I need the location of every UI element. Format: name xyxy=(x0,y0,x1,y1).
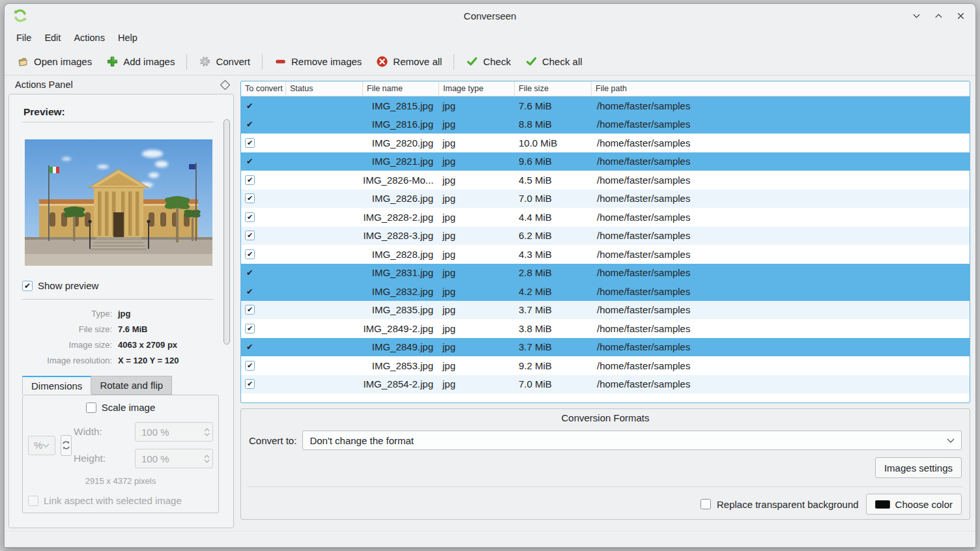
table-row[interactable]: ✔IMG_2816.jpgjpg8.8 MiB/home/faster/samp… xyxy=(241,115,970,134)
cell-to-convert[interactable]: ✔ xyxy=(241,268,286,277)
col-file-name[interactable]: File name xyxy=(363,81,439,96)
unit-select[interactable]: % xyxy=(28,436,55,455)
cell-image-type: jpg xyxy=(439,249,515,260)
menu-edit[interactable]: Edit xyxy=(38,30,67,46)
panel-scrollbar[interactable] xyxy=(223,119,230,345)
cell-file-name: IMG_2826.jpg xyxy=(363,193,439,204)
toolbar: Open images Add images Convert Remove im… xyxy=(5,48,975,76)
table-row[interactable]: ✔IMG_2854-2.jpgjpg7.0 MiB/home/faster/sa… xyxy=(241,375,970,394)
minimize-icon[interactable] xyxy=(910,10,922,21)
cell-file-size: 3.7 MiB xyxy=(515,304,592,315)
window-title: Converseen xyxy=(5,10,975,21)
spinner-arrows-icon[interactable] xyxy=(204,428,210,436)
maximize-icon[interactable] xyxy=(932,10,944,21)
col-file-size[interactable]: File size xyxy=(515,81,592,96)
remove-images-button[interactable]: Remove images xyxy=(267,51,369,72)
table-row[interactable]: ✔IMG_2820.jpgjpg10.0 MiB/home/faster/sam… xyxy=(241,134,970,152)
add-images-button[interactable]: Add images xyxy=(99,51,182,72)
cell-to-convert[interactable]: ✔ xyxy=(241,361,286,371)
col-file-path[interactable]: File path xyxy=(592,81,970,96)
cell-file-path: /home/faster/samples xyxy=(592,267,970,278)
replace-background-checkbox[interactable] xyxy=(700,499,711,509)
scale-image-checkbox[interactable] xyxy=(86,403,96,413)
cell-to-convert[interactable]: ✔ xyxy=(241,175,286,185)
menu-actions[interactable]: Actions xyxy=(67,30,111,46)
dropdown-chevron-icon xyxy=(947,438,955,444)
cell-to-convert[interactable]: ✔ xyxy=(241,287,286,296)
cell-to-convert[interactable]: ✔ xyxy=(241,324,286,333)
cell-to-convert[interactable]: ✔ xyxy=(241,231,286,240)
titlebar[interactable]: Converseen xyxy=(5,4,975,27)
cell-file-path: /home/faster/samples xyxy=(592,323,970,334)
tab-dimensions[interactable]: Dimensions xyxy=(22,376,91,395)
link-aspect-checkbox[interactable] xyxy=(28,496,38,506)
close-icon[interactable] xyxy=(955,10,966,21)
row-check-icon: ✔ xyxy=(246,268,253,277)
col-to-convert[interactable]: To convert xyxy=(241,81,286,96)
table-row[interactable]: ✔IMG_2828-3.jpgjpg6.2 MiB/home/faster/sa… xyxy=(241,227,970,246)
table-body: ✔IMG_2815.jpgjpg7.6 MiB/home/faster/samp… xyxy=(241,96,970,393)
swap-dimensions-button[interactable] xyxy=(61,435,72,456)
cell-to-convert[interactable]: ✔ xyxy=(241,156,286,166)
open-images-button[interactable]: Open images xyxy=(10,51,99,72)
cell-file-name: IMG_2831.jpg xyxy=(363,267,439,278)
cell-file-name: IMG_2832.jpg xyxy=(363,286,439,297)
cell-to-convert[interactable]: ✔ xyxy=(241,379,286,389)
show-preview-checkbox[interactable]: ✔ xyxy=(22,281,33,291)
check-all-button[interactable]: Check all xyxy=(518,51,590,72)
table-row[interactable]: ✔IMG_2835.jpgjpg3.7 MiB/home/faster/samp… xyxy=(241,301,970,320)
col-status[interactable]: Status xyxy=(286,81,363,96)
table-row[interactable]: ✔IMG_2826-Mo...jpg4.5 MiB/home/faster/sa… xyxy=(241,171,970,190)
table-header: To convert Status File name Image type F… xyxy=(241,81,970,96)
cell-to-convert[interactable]: ✔ xyxy=(241,138,286,148)
check-button[interactable]: Check xyxy=(459,51,518,72)
table-row[interactable]: ✔IMG_2821.jpgjpg9.6 MiB/home/faster/samp… xyxy=(241,152,970,171)
spinner-arrows-icon[interactable] xyxy=(204,455,210,463)
cell-to-convert[interactable]: ✔ xyxy=(241,119,286,129)
row-checkbox[interactable]: ✔ xyxy=(245,193,255,203)
row-check-icon: ✔ xyxy=(246,287,253,296)
cell-file-path: /home/faster/samples xyxy=(592,175,970,186)
table-row[interactable]: ✔IMG_2849-2.jpgjpg3.8 MiB/home/faster/sa… xyxy=(241,319,970,338)
table-row[interactable]: ✔IMG_2831.jpgjpg2.8 MiB/home/faster/samp… xyxy=(241,264,970,283)
images-settings-button[interactable]: Images settings xyxy=(875,457,962,478)
divider xyxy=(248,487,963,487)
row-checkbox[interactable]: ✔ xyxy=(245,361,255,371)
menu-help[interactable]: Help xyxy=(111,30,144,46)
format-select[interactable]: Don't change the format xyxy=(302,431,962,450)
row-checkbox[interactable]: ✔ xyxy=(245,231,255,240)
table-row[interactable]: ✔IMG_2815.jpgjpg7.6 MiB/home/faster/samp… xyxy=(241,96,970,115)
menu-file[interactable]: File xyxy=(10,30,38,46)
row-checkbox[interactable]: ✔ xyxy=(245,138,255,148)
table-row[interactable]: ✔IMG_2832.jpgjpg4.2 MiB/home/faster/samp… xyxy=(241,282,970,301)
table-row[interactable]: ✔IMG_2828.jpgjpg4.3 MiB/home/faster/samp… xyxy=(241,245,970,264)
width-spinbox[interactable]: 100 % xyxy=(135,422,213,442)
cell-file-size: 4.2 MiB xyxy=(515,286,592,297)
table-row[interactable]: ✔IMG_2828-2.jpgjpg4.4 MiB/home/faster/sa… xyxy=(241,208,970,227)
info-filesize-value: 7.6 MiB xyxy=(118,324,214,334)
cell-to-convert[interactable]: ✔ xyxy=(241,342,286,352)
row-checkbox[interactable]: ✔ xyxy=(245,324,255,333)
cell-to-convert[interactable]: ✔ xyxy=(241,101,286,111)
row-checkbox[interactable]: ✔ xyxy=(245,249,255,259)
cell-to-convert[interactable]: ✔ xyxy=(241,212,286,222)
convert-gear-icon xyxy=(199,55,211,68)
float-panel-icon[interactable] xyxy=(220,79,231,90)
height-spinbox[interactable]: 100 % xyxy=(135,449,213,468)
cell-to-convert[interactable]: ✔ xyxy=(241,193,286,203)
cell-to-convert[interactable]: ✔ xyxy=(241,249,286,259)
convert-button[interactable]: Convert xyxy=(192,51,257,72)
info-imagesize-label: Image size: xyxy=(22,340,112,350)
tab-rotate-and-flip[interactable]: Rotate and flip xyxy=(91,376,172,395)
row-checkbox[interactable]: ✔ xyxy=(245,379,255,389)
row-checkbox[interactable]: ✔ xyxy=(245,175,255,185)
cell-to-convert[interactable]: ✔ xyxy=(241,305,286,315)
table-row[interactable]: ✔IMG_2853.jpgjpg9.2 MiB/home/faster/samp… xyxy=(241,356,970,375)
table-row[interactable]: ✔IMG_2826.jpgjpg7.0 MiB/home/faster/samp… xyxy=(241,190,970,208)
remove-all-button[interactable]: Remove all xyxy=(369,51,449,72)
row-checkbox[interactable]: ✔ xyxy=(245,305,255,315)
choose-color-button[interactable]: Choose color xyxy=(866,494,962,515)
col-image-type[interactable]: Image type xyxy=(439,81,515,96)
row-checkbox[interactable]: ✔ xyxy=(245,212,255,222)
table-row[interactable]: ✔IMG_2849.jpgjpg3.7 MiB/home/faster/samp… xyxy=(241,338,970,357)
